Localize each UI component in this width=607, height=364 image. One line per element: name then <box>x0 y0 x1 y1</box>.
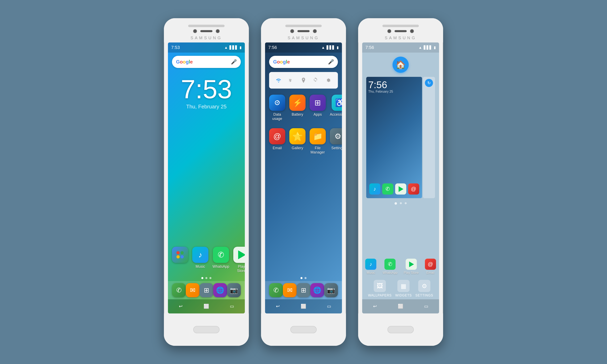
mini-music[interactable]: ♪ Music <box>365 259 376 275</box>
signal-icon: ▋▋▋ <box>229 45 238 50</box>
battery-label: Battery <box>291 112 303 117</box>
dock2-camera-icon[interactable]: 📷 <box>324 283 338 297</box>
svg-point-0 <box>176 251 180 254</box>
home-button-2[interactable]: ⬜ <box>300 302 307 311</box>
home-button[interactable]: ⬜ <box>202 302 211 311</box>
signal-icon-2: ▋▋▋ <box>327 45 335 50</box>
phone-3-earpiece <box>395 30 407 32</box>
dock-camera-icon[interactable]: 📷 <box>227 283 241 297</box>
wallpapers-option[interactable]: 🖼 WALLPAPERS <box>368 280 392 297</box>
app-filemanager[interactable]: 📁 File Manager <box>310 128 326 155</box>
mini-playstore[interactable]: Play Store <box>404 259 419 275</box>
loading-dots <box>362 202 439 205</box>
phone-2: SAMSUNG 7:56 ▲ ▋▋▋ ▮ Google 🎤 <box>261 18 346 346</box>
widgets-option[interactable]: ▦ WIDGETS <box>395 280 412 297</box>
phone-3-home-button[interactable] <box>387 326 414 333</box>
settings-option-icon: ⚙ <box>418 280 430 292</box>
wifi-icon-2: ▲ <box>321 46 325 50</box>
app-battery[interactable]: ⚡ Battery <box>289 95 305 121</box>
settings-option[interactable]: ⚙ SETTINGS <box>415 280 433 297</box>
dock2-apps-icon[interactable]: ⊞ <box>297 283 310 297</box>
widgets-icon: ▦ <box>397 280 409 292</box>
settings-label: Settings <box>331 146 342 150</box>
back-button-2[interactable]: ↩ <box>274 302 282 311</box>
wp-mini-clock: 7:56 <box>368 80 420 90</box>
recents-button[interactable]: ▭ <box>228 302 236 311</box>
app-icon-playstore[interactable]: Play Store <box>233 247 245 273</box>
phone-2-dock: ✆ ✉ ⊞ 🌐 📷 <box>265 281 342 299</box>
datausage-label: Data usage <box>269 112 285 121</box>
mic-icon-2[interactable]: 🎤 <box>328 59 334 65</box>
mini-music-label: Music <box>367 271 375 275</box>
dock2-messages-icon[interactable]: ✉ <box>283 283 297 297</box>
phone-2-sensor <box>313 29 317 33</box>
dock2-browser-icon[interactable]: 🌐 <box>310 283 324 297</box>
app-accessibility[interactable]: ♿ Accessibility <box>330 95 342 121</box>
phone-1-nav-bar: ↩ ⬜ ▭ <box>168 299 245 313</box>
apps-label: Apps <box>313 112 322 117</box>
phone-2-app-grid-1: Data usage ⚡ Battery ⊞ Apps ♿ Accessibil… <box>265 93 342 123</box>
back-button[interactable]: ↩ <box>177 302 185 311</box>
accessibility-icon: ♿ <box>332 95 342 111</box>
phone-2-page-dots <box>265 277 342 279</box>
dot-p2-1 <box>301 277 303 279</box>
dock-apps-icon[interactable]: ⊞ <box>199 283 213 297</box>
load-dot-2 <box>400 202 402 204</box>
recents-button-2[interactable]: ▭ <box>325 302 333 311</box>
home-icon-circle[interactable]: 🏠 <box>393 57 409 73</box>
phone-3-brand: SAMSUNG <box>385 36 416 40</box>
phone-2-nav-bar: ↩ ⬜ ▭ <box>265 299 342 313</box>
phone-2-status-bar: 7:56 ▲ ▋▋▋ ▮ <box>265 42 342 52</box>
phone-2-brand: SAMSUNG <box>288 36 319 40</box>
gallery-label: Gallery <box>291 146 303 150</box>
app-icon-google[interactable] <box>172 247 188 273</box>
wp-options-row: 🖼 WALLPAPERS ▦ WIDGETS ⚙ SETTINGS <box>362 276 439 299</box>
recents-button-3[interactable]: ▭ <box>422 302 430 311</box>
dot-2 <box>205 277 207 279</box>
app-icon-whatsapp[interactable]: ✆ WhatsApp <box>212 247 229 273</box>
wifi-icon: ▲ <box>224 46 228 50</box>
phone-2-top: SAMSUNG <box>261 18 346 42</box>
phone-1-clock-time: 7:53 <box>168 76 245 102</box>
phone-1-cam-row <box>193 29 220 33</box>
phone-3-top: SAMSUNG <box>358 18 443 42</box>
app-settings[interactable]: ⚙ Settings <box>330 128 342 155</box>
phone-3-cam-row <box>387 29 414 33</box>
qs-sync[interactable] <box>311 75 321 85</box>
dock-messages-icon[interactable]: ✉ <box>186 283 199 297</box>
preview-playstore-icon <box>395 183 406 195</box>
phone-1-search-bar[interactable]: Google 🎤 <box>172 56 241 68</box>
mini-whatsapp[interactable]: ✆ WhatsApp <box>383 259 397 275</box>
preview-whatsapp-icon: ✆ <box>382 183 393 195</box>
phone-3-time: 7:56 <box>365 45 374 50</box>
phone-2-home-button[interactable] <box>290 326 317 333</box>
phone-1-home-button[interactable] <box>193 326 220 333</box>
phone-2-status-icons: ▲ ▋▋▋ ▮ <box>321 45 339 50</box>
back-button-3[interactable]: ↩ <box>371 302 379 311</box>
qs-wifi[interactable] <box>274 75 284 85</box>
app-apps[interactable]: ⊞ Apps <box>310 95 326 121</box>
mic-icon[interactable]: 🎤 <box>231 59 237 65</box>
svg-point-5 <box>277 102 278 103</box>
app-email[interactable]: @ Email <box>269 128 285 155</box>
playstore-icon <box>233 247 245 263</box>
dock-browser-icon[interactable]: 🌐 <box>213 283 227 297</box>
wallpapers-icon: 🖼 <box>374 280 386 292</box>
app-icon-music[interactable]: ♪ Music <box>192 247 208 273</box>
dock2-phone-icon[interactable]: ✆ <box>269 283 283 297</box>
mini-email[interactable]: @ Email <box>425 259 436 275</box>
home-button-3[interactable]: ⬜ <box>396 302 405 311</box>
phone-1-brand: SAMSUNG <box>190 36 222 40</box>
qs-settings[interactable] <box>323 75 333 85</box>
qs-location[interactable] <box>298 75 309 85</box>
phone-3-status-bar: 7:56 ▲ ▋▋▋ ▮ <box>362 42 439 52</box>
dock-phone-icon[interactable]: ✆ <box>172 283 186 297</box>
google-logo-2: Google <box>273 59 290 65</box>
app-gallery[interactable]: ⭐ Gallery <box>289 128 305 155</box>
wp-preview-main[interactable]: 7:56 Thu, February 25 ♪ ✆ @ <box>366 77 422 198</box>
qs-bluetooth[interactable] <box>286 75 296 85</box>
phone-2-search-bar[interactable]: Google 🎤 <box>269 56 338 68</box>
app-datausage[interactable]: Data usage <box>269 95 285 121</box>
mini-playstore-icon <box>406 259 417 270</box>
apps-icon: ⊞ <box>310 95 326 111</box>
